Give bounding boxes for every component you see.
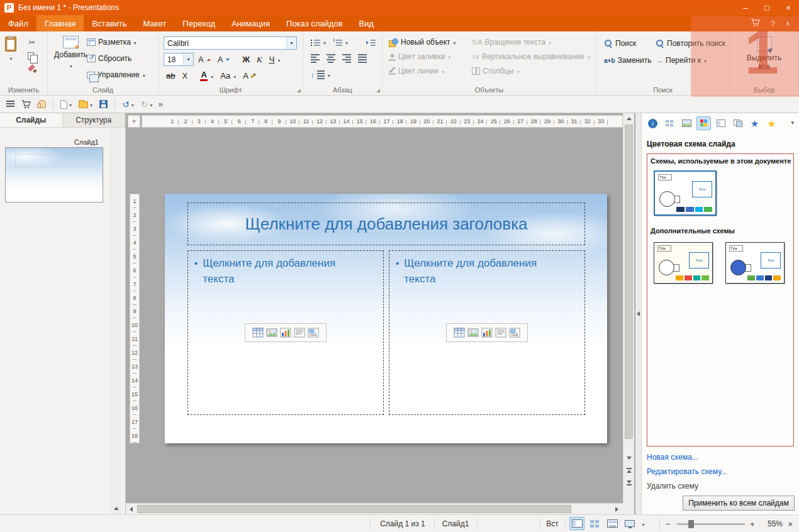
goto-button[interactable]: →Перейти к xyxy=(653,55,728,66)
tab-slides[interactable]: Слайды xyxy=(0,113,63,127)
shrink-font-button[interactable]: А xyxy=(215,54,233,65)
tab-вид[interactable]: Вид xyxy=(351,15,383,31)
info-icon[interactable]: i xyxy=(645,116,660,130)
find-again-button[interactable]: Повторить поиск xyxy=(653,38,728,49)
copy-icon[interactable] xyxy=(28,52,34,60)
next-slide-button[interactable] xyxy=(623,478,634,488)
slides-panel-scrollbar[interactable] xyxy=(110,128,121,514)
vertical-align-button[interactable]: ↕≡Вертикальное выравнивание xyxy=(469,51,593,62)
vertical-scroll-thumb[interactable] xyxy=(625,125,633,439)
delete-scheme-link[interactable]: Удалить схему xyxy=(647,482,698,490)
tab-макет[interactable]: Макет xyxy=(135,15,175,31)
pan-button[interactable] xyxy=(37,99,47,109)
edit-scheme-link[interactable]: Редактировать схему... xyxy=(647,467,727,476)
text-rotation-button[interactable]: ↻АВращение текста xyxy=(469,36,593,48)
collapse-panel-icon[interactable] xyxy=(637,311,640,316)
collapse-ribbon-icon[interactable]: ∧ xyxy=(785,19,790,28)
character-style-button[interactable]: А xyxy=(240,70,259,81)
scroll-left-button[interactable] xyxy=(126,507,136,512)
indent-button[interactable] xyxy=(364,38,378,47)
zoom-slider-thumb[interactable] xyxy=(688,520,694,528)
paste-button[interactable] xyxy=(5,36,16,62)
slides-scroll-up-button[interactable] xyxy=(111,504,121,513)
slide-manage-button[interactable]: Управление xyxy=(84,69,148,80)
line-spacing-dropdown-icon[interactable] xyxy=(327,70,330,79)
insert-table-icon[interactable] xyxy=(454,328,465,338)
menu-button[interactable] xyxy=(5,99,16,109)
change-case-dropdown-icon[interactable] xyxy=(233,72,236,80)
font-name-dropdown-icon[interactable] xyxy=(286,37,296,49)
main-vertical-scrollbar[interactable] xyxy=(623,113,634,503)
minimize-button[interactable]: – xyxy=(735,0,756,15)
insert-image-icon[interactable] xyxy=(266,328,277,338)
tab-selector[interactable] xyxy=(128,115,140,128)
new-scheme-link[interactable]: Новая схема... xyxy=(647,453,698,462)
slide-layout-button[interactable]: Разметка xyxy=(84,36,139,48)
zoom-level[interactable]: 55% xyxy=(757,515,783,532)
scheme-thumbnail[interactable]: TitleText xyxy=(654,242,713,284)
bullets-dropdown-icon[interactable] xyxy=(323,38,326,47)
goto-dropdown-icon[interactable] xyxy=(703,56,707,65)
view-normal-button[interactable] xyxy=(569,517,584,530)
view-sorter-button[interactable] xyxy=(587,517,602,530)
tab-анимация[interactable]: Анимация xyxy=(223,15,278,31)
toolbar-more-button[interactable]: » xyxy=(159,99,163,109)
insert-chart-icon[interactable] xyxy=(481,328,493,338)
zoom-out-button[interactable]: − xyxy=(666,515,671,532)
grow-font-button[interactable]: А xyxy=(196,54,213,65)
scheme-thumbnail[interactable]: TitleText xyxy=(725,242,785,284)
gallery-icon[interactable] xyxy=(679,116,694,130)
tab-переход[interactable]: Переход xyxy=(174,15,223,31)
underline-dropdown-icon[interactable] xyxy=(277,55,280,64)
insert-image-icon[interactable] xyxy=(467,328,479,338)
tab-показ-слайдов[interactable]: Показ слайдов xyxy=(278,15,351,31)
shop-button[interactable] xyxy=(20,99,33,110)
insert-table-icon[interactable] xyxy=(252,328,264,338)
open-dropdown-icon[interactable] xyxy=(89,100,92,109)
star-blue-icon[interactable]: ★ xyxy=(747,116,762,130)
line-spacing-button[interactable]: ↕ xyxy=(308,69,333,80)
underline-button[interactable]: Ч xyxy=(267,54,283,65)
font-size-dropdown-icon[interactable] xyxy=(183,53,193,65)
numbering-button[interactable] xyxy=(330,36,350,48)
tab-outline[interactable]: Структура xyxy=(63,113,126,127)
shop-cart-icon[interactable] xyxy=(751,18,761,29)
maximize-button[interactable]: □ xyxy=(756,0,778,15)
new-object-dropdown-icon[interactable] xyxy=(453,38,456,47)
redo-dropdown-icon[interactable] xyxy=(150,100,153,109)
help-icon[interactable]: ? xyxy=(771,19,775,28)
zoom-in-button[interactable]: + xyxy=(750,515,755,532)
star-yellow-icon[interactable]: ★ xyxy=(764,116,779,130)
apply-all-slides-button[interactable]: Применить ко всем слайдам xyxy=(683,496,795,511)
tab-главная[interactable]: Главная xyxy=(36,15,84,31)
add-slide-button[interactable]: Добавить xyxy=(54,36,87,70)
undo-dropdown-icon[interactable] xyxy=(131,100,134,109)
insert-chart-icon[interactable] xyxy=(280,328,291,338)
save-button[interactable] xyxy=(98,99,109,109)
ruler-horizontal[interactable]: 1234567891011121314151617181920212223242… xyxy=(142,115,623,128)
statusbar-more-button[interactable]: » xyxy=(785,515,795,532)
sidebar-dropdown-icon[interactable]: ▾ xyxy=(791,119,794,126)
color-scheme-icon[interactable] xyxy=(696,116,711,130)
replace-button[interactable]: a+bЗаменить xyxy=(601,55,654,66)
title-placeholder[interactable]: Щелкните для добавления заголовка xyxy=(187,202,585,245)
font-color-dropdown-icon[interactable] xyxy=(210,72,213,80)
bold-button[interactable]: Ж xyxy=(240,54,252,65)
paragraph-dialog-launcher[interactable] xyxy=(376,89,380,92)
main-horizontal-scrollbar[interactable] xyxy=(126,503,623,514)
insert-ole-icon[interactable]: OLE xyxy=(509,328,520,338)
tab-файл[interactable]: Файл xyxy=(0,15,36,31)
fill-color-button[interactable]: ◆Цвет заливки xyxy=(386,51,459,62)
scroll-down-button[interactable] xyxy=(623,453,634,463)
previous-slide-button[interactable] xyxy=(623,465,634,475)
insert-textframe-icon[interactable] xyxy=(495,328,506,338)
thumbnails-icon[interactable] xyxy=(662,116,677,130)
font-dialog-launcher[interactable] xyxy=(297,89,301,92)
font-color-button[interactable]: А xyxy=(198,69,216,82)
paste-dropdown-icon[interactable] xyxy=(9,53,12,62)
font-size-combo[interactable]: 18 xyxy=(164,53,194,66)
redo-button[interactable] xyxy=(140,98,154,111)
new-object-button[interactable]: Новый объект xyxy=(386,36,459,48)
change-case-button[interactable]: Аа xyxy=(218,70,238,81)
align-center-button[interactable] xyxy=(324,53,338,64)
